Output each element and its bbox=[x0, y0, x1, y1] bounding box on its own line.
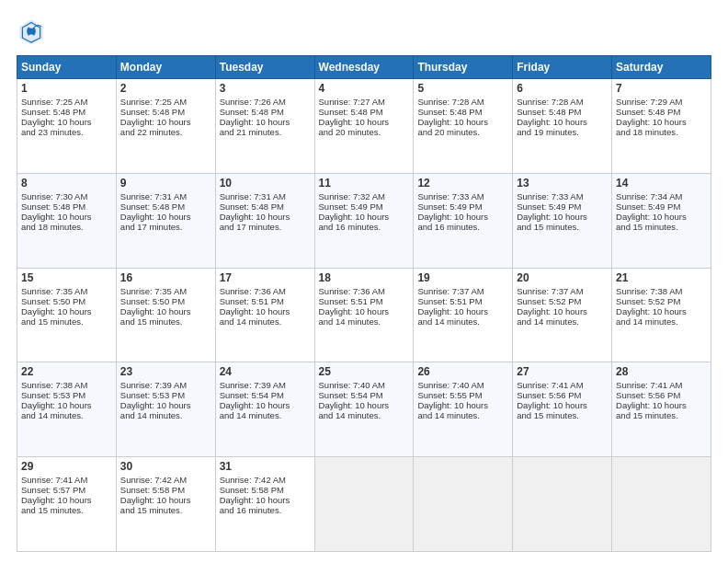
calendar-cell: 17Sunrise: 7:36 AMSunset: 5:51 PMDayligh… bbox=[215, 268, 314, 362]
calendar-cell: 8Sunrise: 7:30 AMSunset: 5:48 PMDaylight… bbox=[17, 173, 117, 268]
day-info-line: Daylight: 10 hours bbox=[120, 117, 211, 127]
day-info-line: Sunset: 5:51 PM bbox=[319, 296, 410, 306]
day-info-line: Sunset: 5:53 PM bbox=[120, 390, 211, 400]
day-info-line: Sunrise: 7:37 AM bbox=[517, 286, 608, 296]
day-info-line: Sunset: 5:54 PM bbox=[319, 390, 410, 400]
day-number: 17 bbox=[220, 271, 311, 284]
day-number: 9 bbox=[120, 177, 211, 190]
day-info-line: Sunrise: 7:39 AM bbox=[220, 380, 311, 390]
col-header-thursday: Thursday bbox=[414, 56, 513, 79]
day-info-line: Sunset: 5:48 PM bbox=[120, 107, 211, 117]
calendar-cell: 7Sunrise: 7:29 AMSunset: 5:48 PMDaylight… bbox=[612, 79, 711, 174]
col-header-sunday: Sunday bbox=[17, 56, 117, 79]
day-info-line: and 14 minutes. bbox=[220, 410, 311, 420]
day-number: 26 bbox=[417, 365, 508, 378]
day-info-line: Sunrise: 7:34 AM bbox=[616, 191, 707, 201]
day-info-line: Sunset: 5:48 PM bbox=[120, 201, 211, 212]
day-number: 8 bbox=[21, 177, 112, 190]
day-info-line: Daylight: 10 hours bbox=[220, 117, 311, 127]
day-info-line: Daylight: 10 hours bbox=[319, 212, 410, 222]
day-info-line: Daylight: 10 hours bbox=[120, 495, 211, 505]
day-number: 21 bbox=[616, 271, 707, 284]
day-info-line: Sunrise: 7:42 AM bbox=[120, 475, 211, 485]
day-info-line: Sunset: 5:49 PM bbox=[417, 201, 508, 212]
day-info-line: Sunrise: 7:33 AM bbox=[517, 191, 608, 201]
day-info-line: Daylight: 10 hours bbox=[120, 306, 211, 316]
calendar-cell: 26Sunrise: 7:40 AMSunset: 5:55 PMDayligh… bbox=[414, 362, 513, 457]
day-info-line: and 20 minutes. bbox=[319, 127, 410, 137]
day-number: 19 bbox=[417, 271, 508, 284]
day-info-line: and 14 minutes. bbox=[319, 410, 410, 420]
day-info-line: Sunrise: 7:32 AM bbox=[319, 191, 410, 201]
day-info-line: and 15 minutes. bbox=[120, 505, 211, 515]
calendar-cell: 16Sunrise: 7:35 AMSunset: 5:50 PMDayligh… bbox=[116, 268, 215, 362]
calendar-cell: 29Sunrise: 7:41 AMSunset: 5:57 PMDayligh… bbox=[17, 457, 117, 552]
day-info-line: Sunrise: 7:39 AM bbox=[120, 380, 211, 390]
day-info-line: Sunset: 5:49 PM bbox=[616, 201, 707, 212]
day-info-line: and 15 minutes. bbox=[21, 505, 112, 515]
day-info-line: and 15 minutes. bbox=[517, 222, 608, 232]
calendar-cell: 4Sunrise: 7:27 AMSunset: 5:48 PMDaylight… bbox=[314, 79, 414, 174]
day-info-line: Sunset: 5:50 PM bbox=[120, 296, 211, 306]
day-info-line: Sunrise: 7:31 AM bbox=[120, 191, 211, 201]
calendar-cell: 5Sunrise: 7:28 AMSunset: 5:48 PMDaylight… bbox=[414, 79, 513, 174]
calendar-cell: 3Sunrise: 7:26 AMSunset: 5:48 PMDaylight… bbox=[215, 79, 314, 174]
col-header-monday: Monday bbox=[116, 56, 215, 79]
calendar-cell: 19Sunrise: 7:37 AMSunset: 5:51 PMDayligh… bbox=[414, 268, 513, 362]
day-info-line: Sunset: 5:52 PM bbox=[616, 296, 707, 306]
day-number: 13 bbox=[517, 177, 608, 190]
calendar-cell bbox=[513, 457, 612, 552]
day-number: 11 bbox=[319, 177, 410, 190]
day-info-line: Sunrise: 7:35 AM bbox=[21, 286, 112, 296]
day-info-line: Sunrise: 7:42 AM bbox=[220, 475, 311, 485]
day-info-line: Sunset: 5:50 PM bbox=[21, 296, 112, 306]
day-number: 2 bbox=[120, 82, 211, 95]
day-info-line: and 15 minutes. bbox=[120, 316, 211, 327]
calendar-cell: 12Sunrise: 7:33 AMSunset: 5:49 PMDayligh… bbox=[414, 173, 513, 268]
day-number: 31 bbox=[220, 460, 311, 473]
calendar-cell: 27Sunrise: 7:41 AMSunset: 5:56 PMDayligh… bbox=[513, 362, 612, 457]
day-info-line: Sunset: 5:51 PM bbox=[220, 296, 311, 306]
day-number: 1 bbox=[21, 82, 112, 95]
day-info-line: Sunset: 5:55 PM bbox=[417, 390, 508, 400]
calendar-week-1: 1Sunrise: 7:25 AMSunset: 5:48 PMDaylight… bbox=[17, 79, 711, 174]
day-info-line: Sunrise: 7:40 AM bbox=[319, 380, 410, 390]
day-info-line: and 15 minutes. bbox=[616, 410, 707, 420]
calendar-week-5: 29Sunrise: 7:41 AMSunset: 5:57 PMDayligh… bbox=[17, 457, 711, 552]
day-info-line: Sunset: 5:56 PM bbox=[517, 390, 608, 400]
day-info-line: Sunrise: 7:41 AM bbox=[517, 380, 608, 390]
day-info-line: Daylight: 10 hours bbox=[120, 212, 211, 222]
day-number: 25 bbox=[319, 365, 410, 378]
day-info-line: Daylight: 10 hours bbox=[120, 400, 211, 410]
day-info-line: and 16 minutes. bbox=[319, 222, 410, 232]
day-number: 18 bbox=[319, 271, 410, 284]
day-info-line: and 14 minutes. bbox=[616, 316, 707, 327]
day-info-line: Sunrise: 7:41 AM bbox=[21, 475, 112, 485]
day-info-line: Daylight: 10 hours bbox=[21, 400, 112, 410]
day-number: 16 bbox=[120, 271, 211, 284]
calendar-cell: 18Sunrise: 7:36 AMSunset: 5:51 PMDayligh… bbox=[314, 268, 414, 362]
calendar-cell bbox=[612, 457, 711, 552]
day-info-line: and 14 minutes. bbox=[517, 316, 608, 327]
day-info-line: and 21 minutes. bbox=[220, 127, 311, 137]
day-info-line: Daylight: 10 hours bbox=[319, 400, 410, 410]
logo bbox=[17, 17, 50, 46]
day-info-line: Sunrise: 7:30 AM bbox=[21, 191, 112, 201]
day-info-line: and 17 minutes. bbox=[220, 222, 311, 232]
calendar-cell: 2Sunrise: 7:25 AMSunset: 5:48 PMDaylight… bbox=[116, 79, 215, 174]
day-info-line: and 15 minutes. bbox=[616, 222, 707, 232]
day-number: 27 bbox=[517, 365, 608, 378]
calendar-cell: 14Sunrise: 7:34 AMSunset: 5:49 PMDayligh… bbox=[612, 173, 711, 268]
day-info-line: Daylight: 10 hours bbox=[319, 306, 410, 316]
day-info-line: and 14 minutes. bbox=[417, 316, 508, 327]
day-info-line: Sunrise: 7:40 AM bbox=[417, 380, 508, 390]
calendar-cell: 15Sunrise: 7:35 AMSunset: 5:50 PMDayligh… bbox=[17, 268, 117, 362]
day-info-line: and 16 minutes. bbox=[417, 222, 508, 232]
day-info-line: Daylight: 10 hours bbox=[417, 400, 508, 410]
day-info-line: Daylight: 10 hours bbox=[616, 306, 707, 316]
calendar-cell: 21Sunrise: 7:38 AMSunset: 5:52 PMDayligh… bbox=[612, 268, 711, 362]
day-info-line: Sunrise: 7:26 AM bbox=[220, 97, 311, 107]
calendar-cell: 20Sunrise: 7:37 AMSunset: 5:52 PMDayligh… bbox=[513, 268, 612, 362]
day-info-line: Sunset: 5:48 PM bbox=[220, 201, 311, 212]
day-info-line: Sunrise: 7:36 AM bbox=[319, 286, 410, 296]
